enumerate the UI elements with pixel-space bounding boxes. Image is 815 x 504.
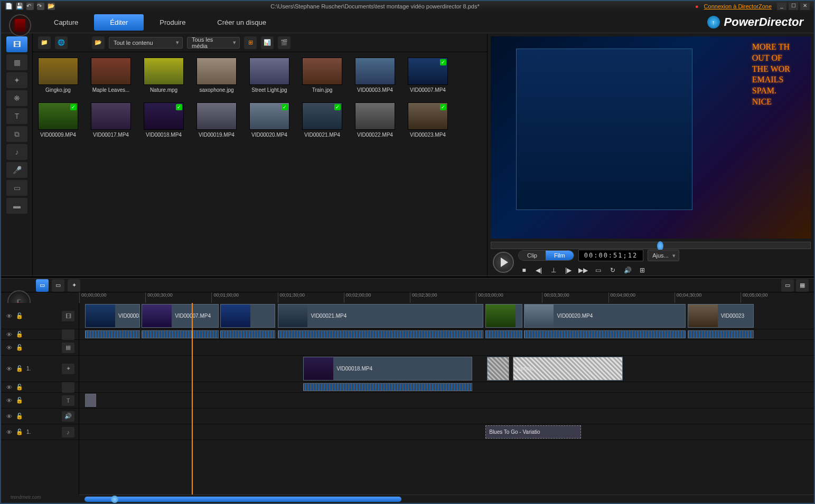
tl-settings-icon[interactable]: ▦ xyxy=(796,279,809,292)
media-item[interactable]: VID00018.MP4 xyxy=(144,102,184,138)
timeline-clip[interactable]: VID00003 xyxy=(85,304,140,328)
music-clip[interactable]: Blues To Go - Variatio xyxy=(485,425,581,439)
fit-dropdown[interactable]: Ajus... xyxy=(648,250,679,261)
timeline-clip[interactable]: VID00018.MP4 xyxy=(303,357,472,381)
track-header[interactable]: 👁 🔓 xyxy=(1,329,79,339)
eye-icon[interactable]: 👁 xyxy=(5,413,13,420)
media-item[interactable]: VID00007.MP4 xyxy=(408,58,448,93)
zoom-handle[interactable] xyxy=(111,496,118,503)
media-thumbnail[interactable] xyxy=(38,102,78,130)
view-grid-icon[interactable]: ⊞ xyxy=(244,36,257,49)
download-icon[interactable]: 🌐 xyxy=(55,36,68,49)
media-room-icon[interactable]: 🎞 xyxy=(6,36,27,52)
media-thumbnail[interactable] xyxy=(144,58,184,85)
media-thumbnail[interactable] xyxy=(355,102,395,130)
timeline-clip[interactable]: VID00021.MP4 xyxy=(278,304,483,328)
display-icon[interactable]: ▭ xyxy=(592,265,604,275)
media-item[interactable]: VID00017.MP4 xyxy=(91,102,131,138)
lock-icon[interactable]: 🔓 xyxy=(16,397,23,404)
detect-icon[interactable]: 📊 xyxy=(261,36,274,49)
stop-icon[interactable]: ■ xyxy=(518,265,530,275)
audio-clip[interactable] xyxy=(142,330,219,338)
timeline-clip[interactable]: particle xyxy=(513,357,623,381)
effect-room-icon[interactable]: ▦ xyxy=(6,54,27,70)
prev-frame-icon[interactable]: ◀| xyxy=(533,265,545,275)
media-thumbnail[interactable] xyxy=(355,58,395,85)
media-thumbnail[interactable] xyxy=(249,102,289,130)
media-item[interactable]: Train.jpg xyxy=(302,58,342,93)
media-item[interactable]: Gingko.jpg xyxy=(38,58,78,93)
voice-room-icon[interactable]: 🎤 xyxy=(6,162,27,178)
lock-icon[interactable]: 🔓 xyxy=(16,344,23,351)
timeline-ruler[interactable]: 00;00;00;0000;00;30;0000;01;00;0000;01;3… xyxy=(79,292,814,303)
media-thumbnail[interactable] xyxy=(408,102,448,130)
film-settings-icon[interactable]: 🎬 xyxy=(278,36,291,49)
media-item[interactable]: VID00021.MP4 xyxy=(302,102,342,138)
track-row[interactable]: VID00018.MP4particle xyxy=(79,356,814,382)
library-folder-icon[interactable]: 📂 xyxy=(92,36,105,49)
timeline-clip[interactable]: VID00023 xyxy=(688,304,754,328)
fast-forward-icon[interactable]: ▶▶ xyxy=(577,265,589,275)
media-thumbnail[interactable] xyxy=(196,58,237,85)
media-thumbnail[interactable] xyxy=(408,58,448,85)
tab-edit[interactable]: Éditer xyxy=(94,14,144,31)
timecode-display[interactable]: 00:00:51;12 xyxy=(578,250,643,261)
snapshot-icon[interactable]: ⊞ xyxy=(636,265,648,275)
minimize-button[interactable]: _ xyxy=(777,3,786,10)
title-room-icon[interactable]: T xyxy=(6,108,27,124)
lock-icon[interactable]: 🔓 xyxy=(16,429,23,436)
transition-room-icon[interactable]: ⧉ xyxy=(6,126,27,142)
track-header[interactable]: 👁 🔓 1. ♪ xyxy=(1,424,79,440)
audio-clip[interactable] xyxy=(220,330,275,338)
tl-add-icon[interactable]: ✦ xyxy=(68,279,80,292)
eye-icon[interactable]: 👁 xyxy=(5,312,13,320)
step-icon[interactable]: ⊥ xyxy=(548,265,559,275)
track-header[interactable]: 👁 🔓 T xyxy=(1,393,79,408)
mode-film[interactable]: Film xyxy=(546,251,574,260)
eye-icon[interactable]: 👁 xyxy=(5,429,13,436)
title-clip[interactable] xyxy=(85,394,96,407)
track-header[interactable]: 👁 🔓 🎞 xyxy=(1,303,79,329)
eye-icon[interactable]: 👁 xyxy=(5,397,13,404)
undo-icon[interactable]: ↶ xyxy=(26,3,34,10)
loop-icon[interactable]: ↻ xyxy=(607,265,619,275)
track-area[interactable]: VID00003VID00007.MP4VID00021.MP4VID00020… xyxy=(79,303,814,495)
preview-viewport[interactable]: MORE TH OUT OF THE WOR EMAILS SPAM. NICE xyxy=(491,36,811,239)
track-header[interactable]: 👁 🔓 ▦ xyxy=(1,340,79,355)
media-item[interactable]: saxophone.jpg xyxy=(196,58,237,93)
media-thumbnail[interactable] xyxy=(249,58,289,85)
track-row[interactable]: Blues To Go - Variatio xyxy=(79,424,814,440)
eye-icon[interactable]: 👁 xyxy=(5,344,13,351)
timeline-scrollbar[interactable] xyxy=(79,495,814,503)
playhead[interactable] xyxy=(192,303,193,495)
open-icon[interactable]: 📂 xyxy=(48,3,55,10)
media-thumbnail[interactable] xyxy=(196,102,237,130)
play-button[interactable] xyxy=(493,252,514,273)
new-icon[interactable]: 📄 xyxy=(5,3,13,10)
media-item[interactable]: VID00003.MP4 xyxy=(355,58,395,93)
audio-clip[interactable] xyxy=(524,330,686,338)
lock-icon[interactable]: 🔓 xyxy=(16,413,23,420)
audio-clip[interactable] xyxy=(485,330,522,338)
redo-icon[interactable]: ↷ xyxy=(37,3,44,10)
tl-view1-icon[interactable]: ▭ xyxy=(36,279,49,292)
track-row[interactable] xyxy=(79,329,814,340)
audio-clip[interactable] xyxy=(303,383,472,391)
media-thumbnail[interactable] xyxy=(38,58,78,85)
timeline-clip[interactable]: VID00020.MP4 xyxy=(524,304,686,328)
media-thumbnail[interactable] xyxy=(91,102,131,130)
mode-clip[interactable]: Clip xyxy=(519,251,546,260)
audio-clip[interactable] xyxy=(688,330,754,338)
pip-room-icon[interactable]: ✦ xyxy=(6,72,27,88)
lock-icon[interactable]: 🔓 xyxy=(16,312,23,320)
tab-produce[interactable]: Produire xyxy=(144,14,201,31)
subtitle-room-icon[interactable]: ▬ xyxy=(6,198,27,214)
directorzone-link[interactable]: Connexion à DirectorZone xyxy=(704,3,772,9)
particle-room-icon[interactable]: ❋ xyxy=(6,90,27,106)
import-folder-icon[interactable]: 📁 xyxy=(38,36,51,49)
media-thumbnail[interactable] xyxy=(91,58,131,85)
media-item[interactable]: VID00020.MP4 xyxy=(249,102,289,138)
preview-scrubber[interactable] xyxy=(491,242,811,249)
media-thumbnail[interactable] xyxy=(302,58,342,85)
track-row[interactable] xyxy=(79,408,814,424)
